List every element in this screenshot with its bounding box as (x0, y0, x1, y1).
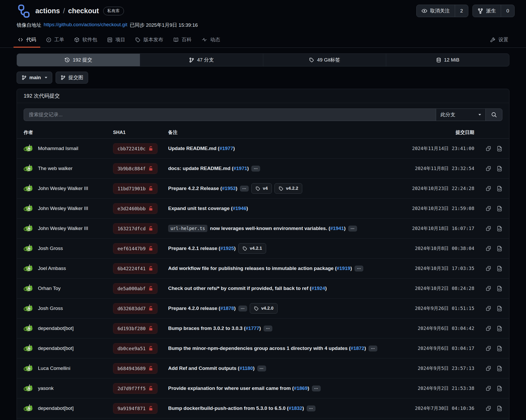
watch-count[interactable]: 2 (455, 5, 468, 17)
version-tag-button[interactable]: v4.2.0 (250, 303, 278, 314)
author-avatar[interactable] (24, 244, 34, 253)
tab-projects[interactable]: 项目 (103, 33, 129, 48)
issue-link[interactable]: #1925 (220, 246, 234, 251)
tab-activity[interactable]: 动态 (197, 33, 224, 48)
expand-commit-body-button[interactable]: … (354, 266, 363, 272)
issue-link[interactable]: #1777 (246, 326, 259, 331)
tab-packages[interactable]: 软件包 (70, 33, 101, 48)
commit-sha-badge[interactable]: 2d7d9f7ff5 (113, 383, 157, 394)
author-avatar[interactable] (24, 144, 34, 153)
tab-wiki[interactable]: 百科 (169, 33, 196, 48)
commit-author[interactable]: Joel Ambass (38, 266, 66, 271)
copy-sha-button[interactable] (485, 326, 491, 331)
copy-sha-button[interactable] (485, 246, 491, 252)
issue-link[interactable]: #1924 (311, 286, 325, 291)
commit-author[interactable]: dependabot[bot] (38, 405, 74, 411)
copy-sha-button[interactable] (485, 385, 491, 391)
repo-link[interactable]: checkout (68, 7, 99, 15)
issue-link[interactable]: #1878 (220, 306, 234, 311)
tab-issues[interactable]: 工单 (42, 33, 68, 48)
author-avatar[interactable] (24, 184, 34, 193)
author-avatar[interactable] (24, 364, 34, 373)
expand-commit-body-button[interactable]: … (257, 365, 266, 371)
author-avatar[interactable] (24, 204, 34, 213)
commit-author[interactable]: dependabot[bot] (38, 326, 74, 331)
issue-link[interactable]: #1953 (222, 186, 236, 191)
commit-author[interactable]: The web walker (38, 166, 73, 171)
commit-author[interactable]: John Wesley Walker III (38, 206, 88, 211)
commit-sha-badge[interactable]: 11bd71901b (113, 183, 157, 194)
view-file-at-commit-button[interactable] (497, 206, 502, 212)
commit-sha-badge[interactable]: e3d2460bbb (113, 203, 157, 214)
branch-selector[interactable]: main (17, 72, 52, 84)
expand-commit-body-button[interactable]: … (307, 405, 315, 411)
view-file-at-commit-button[interactable] (497, 246, 502, 252)
fork-count[interactable]: 0 (501, 5, 514, 17)
commit-author[interactable]: John Wesley Walker III (38, 186, 88, 191)
view-file-at-commit-button[interactable] (497, 365, 502, 371)
tab-releases[interactable]: 版本发布 (131, 33, 167, 48)
commit-author[interactable]: Mohammad Ismail (38, 146, 78, 151)
commit-sha-badge[interactable]: de5a000abf (113, 283, 157, 294)
version-tag-button[interactable]: v4.2.2 (274, 183, 302, 194)
author-avatar[interactable] (24, 224, 34, 233)
commit-sha-badge[interactable]: eef61447b9 (113, 243, 157, 254)
view-file-at-commit-button[interactable] (497, 186, 502, 192)
version-tag-button[interactable]: v4.2.1 (238, 243, 266, 254)
author-avatar[interactable] (24, 344, 34, 353)
issue-link[interactable]: #1919 (337, 266, 350, 271)
expand-commit-body-button[interactable]: … (238, 306, 247, 311)
tab-settings[interactable]: 设置 (486, 33, 512, 48)
stat-tags[interactable]: 49 Git标签 (263, 54, 386, 66)
author-avatar[interactable] (24, 324, 34, 333)
author-avatar[interactable] (24, 264, 34, 273)
view-file-at-commit-button[interactable] (497, 326, 502, 331)
copy-sha-button[interactable] (485, 146, 491, 152)
commit-author[interactable]: Luca Comellini (38, 365, 70, 371)
commit-graph-button[interactable]: 提交图 (56, 72, 88, 84)
copy-sha-button[interactable] (485, 346, 491, 351)
author-avatar[interactable] (24, 384, 34, 393)
fork-button[interactable]: 派生 0 (472, 5, 515, 17)
search-scope-select[interactable]: 此分支 (436, 109, 486, 121)
view-file-at-commit-button[interactable] (497, 405, 502, 411)
search-input[interactable] (24, 109, 436, 121)
commit-author[interactable]: Josh Gross (38, 306, 63, 311)
author-avatar[interactable] (24, 304, 34, 313)
copy-sha-button[interactable] (485, 166, 491, 172)
commit-author[interactable]: John Wesley Walker III (38, 226, 88, 231)
commit-sha-badge[interactable]: 3b9b8c884f (113, 163, 157, 174)
commit-author[interactable]: Orhan Toy (38, 286, 61, 291)
copy-sha-button[interactable] (485, 286, 491, 292)
expand-commit-body-button[interactable]: … (369, 346, 377, 351)
expand-commit-body-button[interactable]: … (240, 186, 249, 192)
expand-commit-body-button[interactable]: … (264, 326, 272, 331)
stat-commits[interactable]: 192 提交 (17, 54, 140, 66)
view-file-at-commit-button[interactable] (497, 346, 502, 351)
stat-size[interactable]: 12 MiB (386, 54, 509, 66)
author-avatar[interactable] (24, 284, 34, 293)
commit-sha-badge[interactable]: 9a9194f871 (113, 403, 157, 414)
issue-link[interactable]: #1180 (239, 365, 253, 371)
commit-author[interactable]: Josh Gross (38, 246, 63, 251)
commit-sha-badge[interactable]: 163217dfcd (113, 223, 157, 234)
commit-sha-badge[interactable]: b684943689 (113, 363, 157, 374)
unwatch-button[interactable]: 取消关注 2 (416, 5, 469, 17)
view-file-at-commit-button[interactable] (497, 385, 502, 391)
tab-code[interactable]: 代码 (14, 33, 40, 48)
copy-sha-button[interactable] (485, 306, 491, 311)
commit-author[interactable]: dependabot[bot] (38, 346, 74, 351)
issue-link[interactable]: #1946 (233, 206, 246, 211)
copy-sha-button[interactable] (485, 365, 491, 371)
view-file-at-commit-button[interactable] (497, 146, 502, 152)
commit-sha-badge[interactable]: cbb722410c (113, 143, 157, 154)
copy-sha-button[interactable] (485, 226, 491, 232)
copy-sha-button[interactable] (485, 206, 491, 212)
view-file-at-commit-button[interactable] (497, 166, 502, 172)
copy-sha-button[interactable] (485, 405, 491, 411)
issue-link[interactable]: #1869 (294, 385, 308, 391)
copy-sha-button[interactable] (485, 186, 491, 192)
issue-link[interactable]: #1832 (288, 405, 302, 411)
mirror-url-link[interactable]: https://github.com/actions/checkout.git (44, 22, 127, 29)
author-avatar[interactable] (24, 164, 34, 173)
